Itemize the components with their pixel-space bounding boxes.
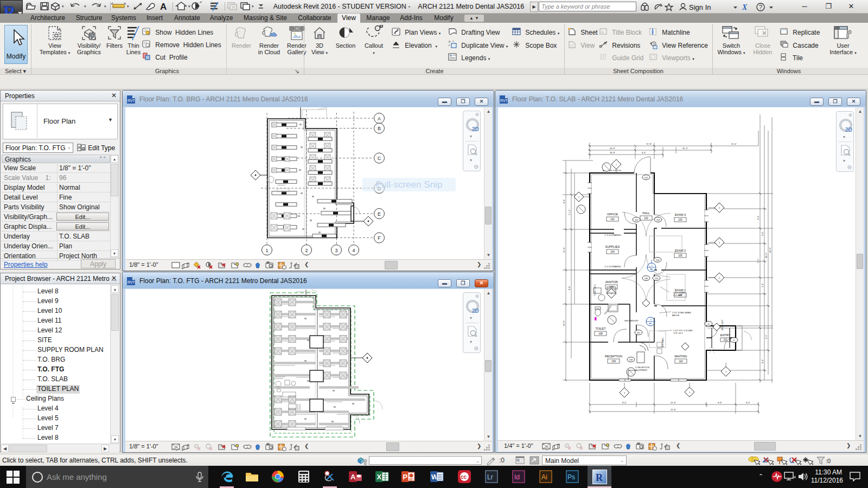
svg-text:RVT: RVT: [500, 99, 508, 102]
svg-text:101: 101: [610, 218, 615, 221]
svg-text:X: X: [742, 3, 748, 11]
svg-text:JANITOR: JANITOR: [605, 280, 617, 284]
svg-text:8'-4": 8'-4": [642, 151, 647, 154]
svg-text:A: A: [350, 473, 356, 481]
svg-text:EXAM 2: EXAM 2: [675, 249, 686, 252]
svg-text:-3: -3: [649, 318, 652, 321]
svg-text:3 1/2" STEEL BEAM: 3 1/2" STEEL BEAM: [672, 312, 691, 314]
svg-text:cc: cc: [461, 474, 467, 480]
svg-text:40'-8": 40'-8": [610, 147, 616, 150]
svg-text:4'-3": 4'-3": [765, 334, 768, 339]
svg-text:105: 105: [655, 277, 659, 280]
svg-text:28'-4": 28'-4": [765, 252, 768, 258]
svg-text:4: 4: [352, 248, 355, 253]
svg-text:C: C: [378, 156, 381, 161]
svg-text:2: 2: [611, 293, 612, 295]
svg-text:104: 104: [656, 259, 660, 261]
svg-text:-2' X 10 FRAMING: -2' X 10 FRAMING: [604, 266, 621, 268]
svg-text:3'-3": 3'-3": [757, 258, 760, 263]
svg-text:R: R: [596, 472, 603, 483]
svg-text:105: 105: [678, 254, 682, 257]
svg-text:Sign In: Sign In: [689, 3, 711, 11]
svg-text:?: ?: [759, 4, 762, 10]
svg-text:P: P: [403, 473, 408, 481]
svg-text:3: 3: [719, 277, 720, 279]
svg-text:111: 111: [724, 338, 727, 341]
svg-text:X: X: [377, 473, 382, 481]
svg-text:8'-4": 8'-4": [563, 198, 565, 203]
svg-text:TYP. OF 3: TYP. OF 3: [673, 332, 682, 335]
svg-text:ENTRY: ENTRY: [720, 333, 731, 337]
svg-text:8'-8": 8'-8": [718, 401, 723, 404]
svg-text:3 1/2" STL COLUMN: 3 1/2" STL COLUMN: [673, 330, 692, 332]
svg-text:B: B: [378, 126, 381, 131]
svg-text:109: 109: [629, 358, 633, 361]
svg-text:SUPPLIES: SUPPLIES: [605, 245, 620, 248]
svg-text:Ps: Ps: [567, 473, 575, 481]
svg-text:3'-1.5": 3'-1.5": [568, 209, 571, 215]
svg-text:109: 109: [611, 360, 616, 363]
svg-text:103: 103: [678, 219, 682, 221]
svg-text:RVT: RVT: [127, 99, 136, 102]
svg-text:3: 3: [689, 391, 690, 394]
svg-text:E: E: [378, 211, 381, 217]
svg-text:A: A: [604, 41, 607, 45]
svg-text:106: 106: [644, 277, 648, 280]
svg-text:WAITING: WAITING: [674, 355, 687, 358]
svg-text:3: 3: [624, 392, 625, 394]
svg-text:103: 103: [656, 219, 660, 221]
svg-text:2: 2: [578, 196, 579, 198]
svg-text:2: 2: [305, 248, 308, 253]
svg-text:107: 107: [637, 331, 641, 334]
svg-text:108: 108: [598, 332, 603, 335]
svg-text:EQUIPMENT: EQUIPMENT: [635, 369, 648, 371]
svg-text:18'-8": 18'-8": [610, 151, 616, 154]
svg-text:HALL: HALL: [642, 211, 650, 215]
svg-text:-2' X 10 FRAMING: -2' X 10 FRAMING: [604, 234, 621, 236]
svg-text:TOILET ACC.: TOILET ACC.: [594, 284, 596, 296]
svg-text:8'-4": 8'-4": [746, 401, 751, 404]
svg-text:102: 102: [644, 217, 648, 220]
svg-text::0: :0: [826, 458, 831, 464]
svg-text:104: 104: [610, 251, 615, 253]
svg-text:21'-8": 21'-8": [563, 247, 565, 253]
svg-text:8'-4": 8'-4": [622, 401, 627, 404]
svg-text:RECEPTION: RECEPTION: [605, 355, 622, 358]
svg-text:110: 110: [679, 360, 683, 363]
svg-text:A: A: [160, 2, 167, 12]
svg-text:3: 3: [719, 207, 720, 209]
svg-text:3: 3: [719, 242, 720, 244]
svg-text:8'-4": 8'-4": [761, 358, 764, 363]
svg-text:OFFICE: OFFICE: [607, 213, 618, 216]
svg-text:ENTR EXIT: ENTR EXIT: [722, 319, 724, 330]
svg-text:8'-4": 8'-4": [757, 215, 760, 220]
svg-text:RVT: RVT: [127, 280, 136, 284]
svg-text:44'-8": 44'-8": [769, 247, 771, 253]
svg-text:11'-4": 11'-4": [731, 143, 737, 145]
svg-text:3'-4": 3'-4": [761, 282, 764, 287]
svg-text:43'-8": 43'-8": [563, 320, 565, 326]
svg-text:102: 102: [635, 219, 639, 221]
svg-text:F: F: [378, 235, 381, 241]
svg-text:3: 3: [335, 248, 337, 253]
svg-text:ABOVE: ABOVE: [672, 314, 680, 317]
svg-text:1: 1: [616, 164, 617, 166]
svg-text:A: A: [378, 116, 381, 121]
svg-text:A6: A6: [650, 268, 654, 271]
svg-text:72'-8": 72'-8": [671, 408, 676, 411]
svg-text:COLUMN: COLUMN: [673, 294, 682, 297]
svg-text:EXAM 3: EXAM 3: [675, 213, 686, 216]
svg-text:3 1/2" STEEL: 3 1/2" STEEL: [673, 292, 686, 294]
svg-text:AVS WALL: AVS WALL: [662, 337, 664, 348]
svg-text:4'-4": 4'-4": [761, 231, 764, 236]
svg-text:SHOWER/DRY: SHOWER/DRY: [624, 320, 639, 322]
svg-text:Id: Id: [514, 473, 520, 481]
svg-text:1: 1: [265, 248, 268, 253]
svg-text:Ai: Ai: [541, 473, 547, 481]
svg-text:101: 101: [644, 176, 648, 179]
svg-text:21'-8": 21'-8": [671, 401, 676, 404]
svg-text:A6: A6: [649, 322, 653, 325]
svg-text:3: 3: [725, 371, 726, 373]
svg-text:8'-8": 8'-8": [568, 285, 571, 290]
svg-text:72'-8": 72'-8": [646, 143, 652, 145]
